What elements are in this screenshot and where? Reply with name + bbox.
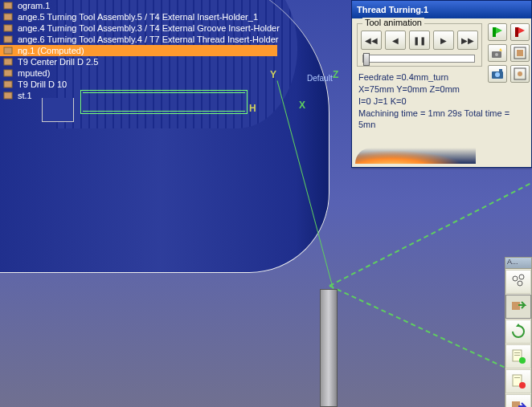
- dialog-title: Thread Turning.1: [357, 5, 428, 14]
- svg-rect-6: [4, 70, 12, 76]
- svg-rect-0: [4, 2, 12, 9]
- tree-node-icon: [3, 1, 14, 10]
- camera-spark-icon: [491, 47, 504, 59]
- tree-item-label: ng.1 (Computed): [18, 46, 84, 55]
- svg-rect-29: [514, 377, 520, 378]
- op-process-button[interactable]: [505, 295, 531, 319]
- axis-h-label: H: [249, 103, 256, 114]
- tree-item[interactable]: mputed): [0, 67, 277, 79]
- process-arrow-icon: [510, 299, 526, 315]
- svg-rect-4: [4, 47, 12, 54]
- side-toolbar-title[interactable]: A...: [505, 258, 531, 269]
- svg-rect-2: [4, 25, 12, 31]
- svg-rect-9: [493, 27, 496, 37]
- svg-point-16: [495, 72, 500, 77]
- document-tool-icon: [510, 348, 526, 364]
- svg-point-20: [513, 276, 518, 281]
- default-label: Default: [307, 74, 333, 83]
- svg-point-12: [495, 53, 498, 56]
- tree-item-label: mputed): [18, 68, 50, 78]
- fit-icon: [514, 67, 526, 80]
- op-document-button[interactable]: [505, 344, 531, 368]
- tree-node-icon: [3, 57, 14, 67]
- projection-line-1: [329, 179, 532, 286]
- tree-node-icon: [3, 35, 14, 44]
- svg-point-19: [518, 71, 522, 76]
- dialog-decor: [355, 148, 476, 164]
- side-toolbar[interactable]: A...: [505, 257, 532, 407]
- op-doc-red-button[interactable]: [505, 369, 531, 393]
- flag-red-icon: [514, 26, 526, 39]
- camera-button[interactable]: [488, 65, 507, 83]
- tree-item[interactable]: ange.5 Turning Tool Assembly.5 / T4 Exte…: [0, 11, 277, 22]
- cutting-tool: [320, 289, 338, 407]
- document-red-icon: [510, 373, 526, 389]
- svg-rect-5: [4, 59, 12, 65]
- projection-line-2: [329, 285, 512, 371]
- fit-button[interactable]: [510, 65, 530, 83]
- svg-rect-1: [4, 14, 12, 20]
- svg-rect-10: [515, 27, 518, 37]
- camera-icon: [491, 67, 504, 80]
- svg-rect-26: [514, 355, 520, 356]
- status-coords: X=75mm Y=0mm Z=0mm: [358, 83, 525, 96]
- op-chain-button[interactable]: [505, 270, 531, 294]
- mode-a-button[interactable]: [488, 23, 507, 41]
- tree-node-icon: [3, 91, 14, 100]
- tree-item[interactable]: st.1: [0, 90, 277, 101]
- tree-node-icon: [3, 12, 14, 22]
- mode-b-button[interactable]: [510, 23, 530, 41]
- thread-turning-dialog[interactable]: Thread Turning.1 Tool animation ◀◀ ◀ ❚❚ …: [351, 0, 532, 168]
- tree-item-label: ange.6 Turning Tool Assembly.4 / T7 Exte…: [18, 35, 278, 44]
- op-out-button[interactable]: [505, 394, 531, 407]
- tree-node-icon: [3, 23, 14, 33]
- tree-item[interactable]: ogram.1: [0, 0, 277, 11]
- step-back-button[interactable]: ◀: [385, 31, 406, 50]
- svg-rect-7: [4, 81, 12, 88]
- svg-rect-17: [499, 69, 502, 71]
- status-time: Machining time = 1mn 29s Total time = 5m…: [358, 108, 525, 132]
- tree-item[interactable]: ange.6 Turning Tool Assembly.4 / T7 Exte…: [0, 34, 277, 45]
- axis-x-label: X: [299, 100, 305, 111]
- groupbox-title: Tool animation: [362, 18, 424, 27]
- fast-forward-button[interactable]: ▶▶: [457, 31, 478, 50]
- chain-icon: [510, 274, 526, 290]
- svg-rect-3: [4, 36, 12, 43]
- tree-item-label: ange.4 Turning Tool Assembly.3 / T4 Exte…: [18, 23, 280, 33]
- dialog-titlebar[interactable]: Thread Turning.1: [352, 1, 531, 18]
- tree-item[interactable]: T9 Center Drill D 2.5: [0, 56, 277, 67]
- svg-point-30: [519, 382, 526, 389]
- svg-point-27: [519, 357, 526, 364]
- status-ijk: I=0 J=1 K=0: [358, 96, 525, 108]
- tree-item[interactable]: ng.1 (Computed): [0, 45, 277, 56]
- grid-tool-icon: [514, 47, 526, 59]
- specification-tree[interactable]: ogram.1ange.5 Turning Tool Assembly.5 / …: [0, 0, 277, 101]
- tree-node-icon: [3, 68, 14, 78]
- tree-item[interactable]: T9 Drill D 10: [0, 79, 277, 90]
- animation-slider[interactable]: [362, 55, 475, 63]
- op-refresh-button[interactable]: [505, 319, 531, 344]
- out-arrow-icon: [510, 398, 526, 407]
- axis-z-label: Z: [333, 69, 338, 80]
- tree-item-label: ange.5 Turning Tool Assembly.5 / T4 Exte…: [18, 12, 258, 22]
- camera-light-button[interactable]: [488, 44, 507, 62]
- tree-item-label: st.1: [18, 91, 32, 100]
- svg-point-22: [519, 275, 524, 279]
- svg-rect-14: [517, 50, 523, 56]
- step-forward-button[interactable]: ▶: [433, 31, 454, 50]
- tree-item-label: T9 Center Drill D 2.5: [18, 57, 98, 67]
- tree-item-label: T9 Drill D 10: [18, 79, 67, 89]
- tree-node-icon: [3, 79, 14, 89]
- svg-rect-25: [514, 352, 520, 353]
- flag-green-icon: [491, 26, 504, 39]
- tree-node-icon: [3, 46, 14, 55]
- pause-button[interactable]: ❚❚: [409, 31, 430, 50]
- tree-item-label: ogram.1: [18, 1, 50, 10]
- tree-item[interactable]: ange.4 Turning Tool Assembly.3 / T4 Exte…: [0, 22, 277, 34]
- svg-point-21: [518, 281, 522, 286]
- feed-button[interactable]: [510, 44, 530, 62]
- refresh-icon: [510, 324, 526, 340]
- rewind-button[interactable]: ◀◀: [361, 31, 382, 50]
- svg-rect-8: [4, 92, 12, 99]
